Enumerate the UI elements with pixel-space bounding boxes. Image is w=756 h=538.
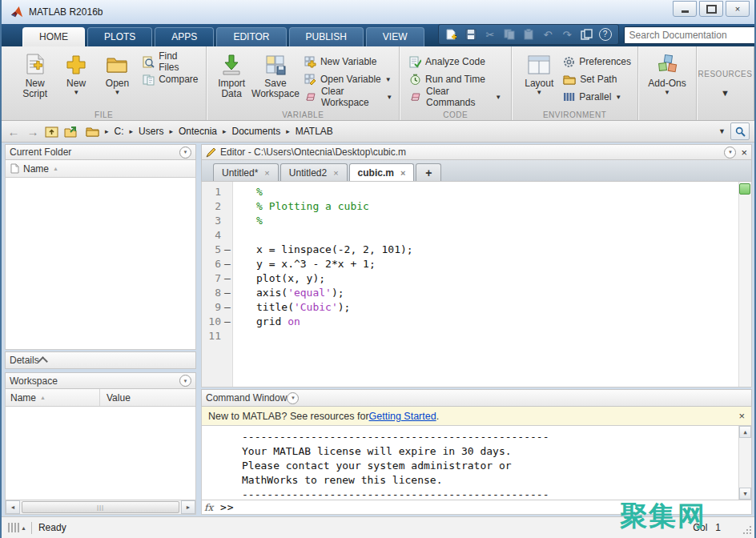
close-button[interactable]: × — [726, 1, 750, 17]
tab-publish[interactable]: PUBLISH — [289, 27, 364, 46]
ribbon-section-resources[interactable]: RESOURCES ▼ — [697, 46, 754, 120]
find-files-button[interactable]: Find Files — [143, 54, 199, 69]
breadcrumb[interactable]: ▸ C: ▸ Users ▸ Ontecnia ▸ Documents ▸ MA… — [82, 126, 714, 137]
search-input[interactable] — [624, 26, 756, 44]
code-editor[interactable]: 1%2% Plotting a cubic3%45–x = linspace(-… — [201, 182, 752, 387]
tab-home[interactable]: HOME — [22, 27, 85, 46]
open-variable-button[interactable]: Open Variable ▼ — [304, 72, 392, 86]
open-button[interactable]: Open ▼ — [97, 50, 138, 96]
paste-icon[interactable] — [522, 28, 536, 42]
code-line[interactable]: 6–y = x.^3 - 2*x + 1; — [202, 257, 751, 271]
code-line[interactable]: 2% Plotting a cubic — [202, 199, 751, 214]
banner-close-icon[interactable]: × — [738, 410, 745, 422]
current-folder-menu-icon[interactable]: ▼ — [179, 147, 191, 159]
code-line[interactable]: 3% — [202, 214, 751, 228]
code-line[interactable]: 5–x = linspace(-2, 2, 101); — [202, 243, 751, 257]
crumb-drive[interactable]: C: — [115, 126, 124, 137]
hscroll-thumb[interactable]: ||| — [22, 501, 179, 513]
resize-grip[interactable] — [743, 526, 751, 534]
new-variable-button[interactable]: New Variable — [304, 54, 392, 69]
crumb-user[interactable]: Ontecnia — [179, 126, 217, 137]
crumb-matlab[interactable]: MATLAB — [296, 126, 333, 137]
maximize-button[interactable] — [699, 1, 723, 17]
editor-close-icon[interactable]: × — [741, 147, 747, 159]
code-line[interactable]: 4 — [202, 228, 751, 243]
set-path-button[interactable]: Set Path — [563, 72, 631, 86]
new-tab-button[interactable]: + — [416, 163, 441, 181]
up-folder-button[interactable] — [45, 126, 58, 138]
workspace-menu-icon[interactable]: ▼ — [179, 375, 191, 387]
new-file-icon[interactable] — [445, 28, 459, 42]
command-window-menu-icon[interactable]: ▼ — [287, 392, 299, 404]
tab-close-icon[interactable]: × — [333, 168, 338, 178]
scroll-down-icon[interactable]: ▼ — [739, 488, 751, 500]
forward-button[interactable]: → — [26, 125, 40, 139]
tab-apps[interactable]: APPS — [155, 27, 214, 46]
tab-editor[interactable]: EDITOR — [216, 27, 286, 46]
current-folder-list[interactable] — [5, 178, 196, 350]
workspace-hscrollbar[interactable]: ◄ ||| ► — [5, 500, 196, 515]
redo-icon[interactable]: ↷ — [561, 28, 574, 42]
clear-workspace-button[interactable]: Clear Workspace ▼ — [304, 90, 392, 104]
code-line[interactable]: 9–title('Cubic'); — [202, 300, 751, 315]
code-line[interactable]: 1% — [202, 185, 751, 199]
code-line[interactable]: 7–plot(x, y); — [202, 271, 751, 286]
getting-started-link[interactable]: Getting Started — [369, 411, 436, 422]
browse-folder-button[interactable] — [63, 126, 78, 138]
scroll-up-icon[interactable]: ▲ — [739, 426, 751, 438]
workspace-list[interactable] — [5, 407, 196, 500]
command-window-output[interactable]: ----------------------------------------… — [201, 426, 752, 500]
minimize-button[interactable] — [673, 1, 697, 17]
crumb-documents[interactable]: Documents — [232, 126, 281, 137]
editor-tab-untitled[interactable]: Untitled* × — [213, 163, 279, 181]
command-window-scrollbar[interactable]: ▲ ▼ — [738, 426, 751, 500]
cut-icon[interactable]: ✂ — [484, 28, 497, 42]
scroll-right-icon[interactable]: ► — [181, 500, 195, 514]
save-workspace-button[interactable]: Save Workspace — [250, 50, 301, 99]
tab-view[interactable]: VIEW — [366, 27, 424, 46]
switch-window-icon[interactable] — [580, 28, 593, 42]
editor-tab-cubic[interactable]: cubic.m × — [349, 163, 415, 181]
copy-icon[interactable] — [503, 28, 517, 42]
scroll-left-icon[interactable]: ◄ — [6, 500, 20, 514]
editor-menu-icon[interactable]: ▼ — [724, 147, 736, 159]
details-header[interactable]: Details — [5, 351, 196, 369]
analyze-code-button[interactable]: Analyze Code — [409, 54, 501, 69]
tab-close-icon[interactable]: × — [400, 168, 405, 178]
preferences-button[interactable]: Preferences — [563, 54, 631, 69]
parallel-button[interactable]: Parallel ▼ — [563, 90, 631, 104]
add-ons-button[interactable]: Add-Ons ▼ — [645, 50, 690, 96]
address-dropdown-icon[interactable]: ▼ — [718, 128, 726, 135]
variable-section-label: VARIABLE — [207, 110, 399, 119]
code-analyzer-indicator[interactable] — [739, 183, 750, 195]
layout-dropdown-icon: ▼ — [536, 89, 542, 96]
undo-icon[interactable]: ↶ — [541, 28, 555, 42]
workspace-column-header[interactable]: Name ▲ Value — [5, 389, 196, 407]
compare-button[interactable]: Compare — [143, 72, 199, 86]
layout-button[interactable]: Layout ▼ — [518, 50, 560, 96]
editor-tab-untitled2[interactable]: Untitled2 × — [280, 163, 348, 181]
new-button[interactable]: New ▼ — [55, 50, 96, 96]
code-line[interactable]: 11 — [202, 329, 751, 343]
save-icon[interactable] — [464, 28, 478, 42]
crumb-users[interactable]: Users — [139, 126, 163, 137]
fx-icon[interactable]: fx — [202, 502, 220, 513]
parallel-status-icon[interactable] — [8, 523, 19, 532]
code-line[interactable]: 10–grid on — [202, 315, 751, 329]
clear-commands-button[interactable]: Clear Commands ▼ — [409, 90, 501, 104]
run-and-time-button[interactable]: Run and Time — [409, 72, 501, 86]
import-data-button[interactable]: Import Data — [213, 50, 250, 99]
current-folder-column-header[interactable]: Name ▲ — [5, 160, 196, 178]
tab-plots[interactable]: PLOTS — [87, 27, 152, 46]
layout-icon — [528, 51, 550, 78]
code-line[interactable]: 8–axis('equal'); — [202, 286, 751, 300]
back-button[interactable]: ← — [6, 125, 21, 139]
help-icon[interactable]: ? — [599, 28, 612, 41]
tab-close-icon[interactable]: × — [264, 168, 269, 178]
new-script-button[interactable]: New Script — [14, 50, 55, 99]
new-script-icon — [25, 51, 46, 78]
editor-scrollbar[interactable] — [738, 182, 751, 387]
col-value: 1 — [715, 522, 721, 533]
folder-search-button[interactable] — [730, 122, 750, 140]
open-variable-icon — [304, 74, 316, 86]
